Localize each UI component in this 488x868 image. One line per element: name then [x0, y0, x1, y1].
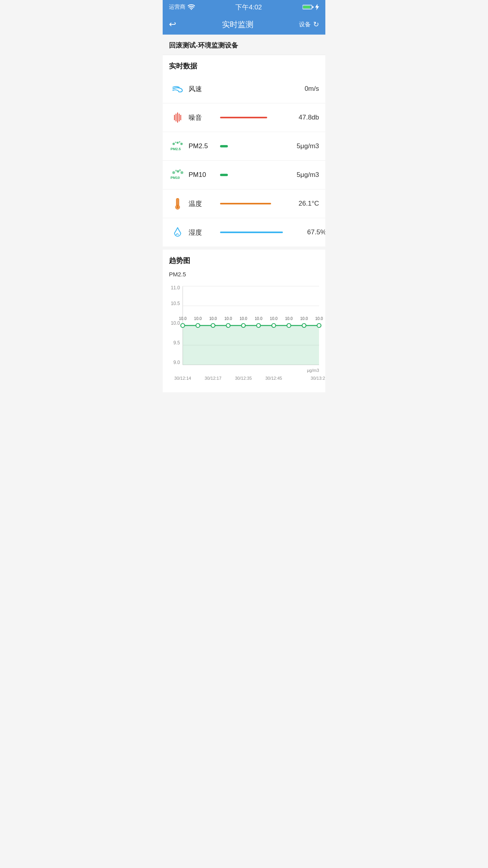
pm10-row: PM10 PM10 5μg/m3 — [163, 161, 325, 189]
svg-point-24 — [178, 234, 179, 235]
nav-back[interactable]: ↩ — [169, 19, 176, 29]
temp-icon — [171, 197, 185, 211]
noise-row: 噪音 47.8db — [163, 103, 325, 132]
svg-text:10.0: 10.0 — [285, 316, 293, 321]
svg-point-50 — [226, 324, 230, 327]
svg-text:10.0: 10.0 — [194, 316, 202, 321]
humidity-bar — [220, 232, 283, 233]
svg-point-17 — [181, 171, 183, 174]
svg-point-10 — [177, 142, 179, 144]
svg-text:PM10: PM10 — [171, 176, 180, 180]
pm10-bar — [220, 174, 228, 176]
refresh-icon[interactable]: ↻ — [313, 20, 319, 29]
svg-point-53 — [272, 324, 276, 327]
svg-text:PM2.5: PM2.5 — [171, 147, 181, 151]
wind-row: 风速 0m/s — [163, 75, 325, 103]
svg-text:10.0: 10.0 — [224, 316, 232, 321]
humidity-icon-container — [169, 224, 186, 241]
wind-icon — [171, 82, 185, 96]
svg-text:30/12:45: 30/12:45 — [265, 376, 282, 381]
realtime-section: 实时数据 风速 0m/s — [163, 55, 325, 246]
svg-text:10.0: 10.0 — [179, 316, 187, 321]
humidity-name: 湿度 — [189, 228, 216, 237]
svg-text:10.0: 10.0 — [255, 316, 262, 321]
noise-bar-area — [216, 117, 280, 118]
svg-text:30/13:21: 30/13:21 — [311, 376, 325, 381]
pm25-icon: PM2.5 — [170, 139, 185, 153]
svg-rect-22 — [177, 199, 178, 205]
svg-marker-36 — [183, 326, 319, 365]
wifi-icon — [188, 4, 195, 10]
chart-title: PM2.5 — [163, 268, 325, 279]
battery-icon — [303, 4, 314, 10]
humidity-icon — [171, 225, 185, 239]
svg-text:μg/m3: μg/m3 — [307, 368, 319, 373]
pm25-value: 5μg/m3 — [280, 142, 319, 150]
temp-icon-container — [169, 195, 186, 212]
pm25-icon-container: PM2.5 — [169, 138, 186, 155]
humidity-bar-area — [216, 232, 287, 233]
svg-text:10.0: 10.0 — [171, 320, 180, 326]
noise-icon — [171, 110, 185, 125]
svg-text:9.5: 9.5 — [173, 340, 180, 346]
pm25-bar-area — [216, 145, 280, 147]
device-label[interactable]: 设备 — [299, 21, 311, 28]
device-name: 回滚测试-环境监测设备 — [169, 41, 319, 50]
wind-icon-container — [169, 80, 186, 97]
nav-bar: ↩ 实时监测 设备 ↻ — [163, 14, 325, 35]
temp-row: 温度 26.1°C — [163, 189, 325, 218]
pm25-bar — [220, 145, 228, 147]
chart-container: 11.0 10.5 10.0 9.5 9.0 10.0 — [163, 279, 325, 392]
pm25-name: PM2.5 — [189, 142, 216, 150]
status-time: 下午4:02 — [235, 3, 262, 12]
svg-text:10.0: 10.0 — [270, 316, 278, 321]
pm25-row: PM2.5 PM2.5 5μg/m3 — [163, 132, 325, 161]
svg-text:30/12:14: 30/12:14 — [174, 376, 191, 381]
charging-icon — [315, 4, 319, 10]
svg-point-16 — [177, 170, 179, 173]
noise-value: 47.8db — [280, 114, 319, 121]
svg-text:10.0: 10.0 — [300, 316, 308, 321]
svg-text:30/12:17: 30/12:17 — [205, 376, 222, 381]
status-right — [303, 4, 319, 10]
svg-text:11.0: 11.0 — [171, 285, 180, 291]
pm10-icon-container: PM10 — [169, 166, 186, 184]
trend-section: 趋势图 PM2.5 11.0 10.5 10.0 9.5 9.0 — [163, 250, 325, 392]
svg-point-13 — [179, 141, 180, 143]
svg-text:10.5: 10.5 — [171, 301, 180, 306]
device-name-section: 回滚测试-环境监测设备 — [163, 35, 325, 55]
pm10-name: PM10 — [189, 171, 216, 179]
svg-point-47 — [181, 324, 185, 327]
svg-point-23 — [176, 206, 179, 209]
svg-rect-1 — [303, 6, 310, 9]
pm10-value: 5μg/m3 — [280, 171, 319, 179]
noise-name: 噪音 — [189, 113, 216, 122]
back-icon[interactable]: ↩ — [169, 19, 176, 29]
svg-text:10.0: 10.0 — [315, 316, 323, 321]
svg-point-12 — [175, 142, 176, 143]
temp-bar — [220, 203, 271, 204]
svg-point-49 — [211, 324, 215, 327]
wind-value: 0m/s — [280, 85, 319, 93]
status-left: 运营商 — [169, 4, 195, 11]
pm10-icon: PM10 — [170, 168, 185, 182]
noise-icon-container — [169, 109, 186, 126]
svg-point-48 — [196, 324, 200, 327]
humidity-value: 67.5% — [287, 228, 325, 236]
svg-text:30/12:35: 30/12:35 — [235, 376, 252, 381]
svg-text:10.0: 10.0 — [209, 316, 217, 321]
trend-label: 趋势图 — [163, 250, 325, 268]
svg-rect-2 — [312, 6, 314, 8]
svg-point-55 — [302, 324, 306, 327]
svg-point-9 — [172, 143, 175, 145]
svg-text:9.0: 9.0 — [173, 360, 180, 365]
svg-text:10.0: 10.0 — [240, 316, 248, 321]
carrier-text: 运营商 — [169, 4, 185, 11]
wind-name: 风速 — [189, 85, 216, 94]
svg-point-19 — [179, 169, 181, 171]
nav-right[interactable]: 设备 ↻ — [299, 20, 319, 29]
pm25-chart: 11.0 10.5 10.0 9.5 9.0 10.0 — [169, 282, 319, 384]
svg-point-54 — [287, 324, 291, 327]
svg-point-11 — [180, 143, 183, 145]
temp-name: 温度 — [189, 199, 216, 208]
